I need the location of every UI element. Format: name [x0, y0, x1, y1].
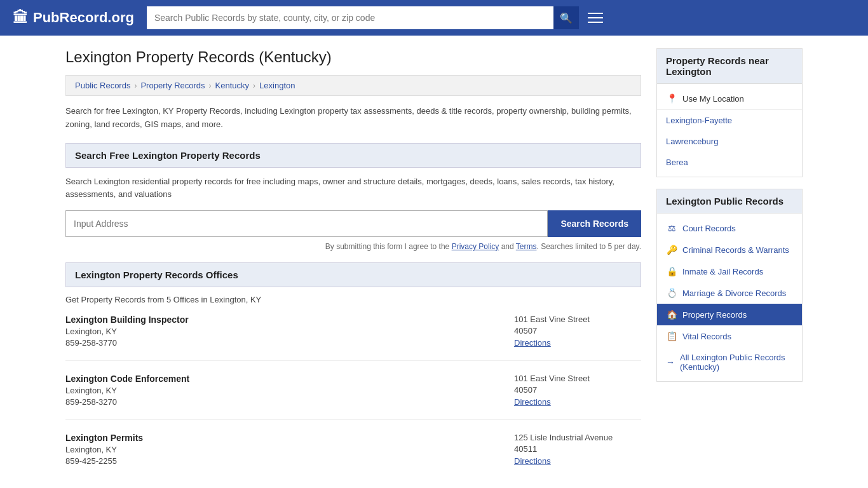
sidebar-nearby-title: Property Records near Lexington: [657, 49, 802, 84]
office-name: Lexington Permits: [65, 433, 514, 443]
sidebar-link-label: All Lexington Public Records (Kentucky): [680, 353, 793, 372]
office-address: 101 East Vine Street: [514, 374, 641, 383]
breadcrumb: Public Records › Property Records › Kent…: [65, 75, 641, 96]
privacy-policy-link[interactable]: Privacy Policy: [452, 242, 499, 251]
site-logo[interactable]: 🏛 PubRecord.org: [13, 9, 134, 27]
sidebar-link-label: Marriage & Divorce Records: [682, 288, 786, 298]
breadcrumb-sep-3: ›: [253, 81, 255, 90]
sidebar-public-records-title: Lexington Public Records: [657, 189, 802, 214]
sidebar-link-label: Property Records: [682, 310, 747, 320]
sidebar-nearby-content: 📍 Use My Location Lexington-Fayette Lawr…: [657, 84, 802, 177]
sidebar-use-location[interactable]: 📍 Use My Location: [657, 88, 802, 109]
sidebar: Property Records near Lexington 📍 Use My…: [656, 48, 803, 488]
offices-description: Get Property Records from 5 Offices in L…: [65, 295, 641, 304]
office-city: Lexington, KY: [65, 445, 514, 454]
disclaimer-text: By submitting this form I agree to the: [325, 242, 452, 251]
search-section-header: Search Free Lexington Property Records: [65, 143, 641, 168]
sidebar-nearby-link[interactable]: Lexington-Fayette: [657, 110, 802, 131]
offices-section: Lexington Property Records Offices Get P…: [65, 262, 641, 478]
header-search-wrap: 🔍: [147, 6, 579, 29]
breadcrumb-link-lexington[interactable]: Lexington: [259, 81, 295, 90]
office-right: 125 Lisle Industrial Avenue 40511 Direct…: [514, 433, 641, 466]
logo-icon: 🏛: [13, 9, 28, 27]
header-search-input[interactable]: [147, 6, 553, 29]
office-item: Lexington Permits Lexington, KY 859-425-…: [65, 433, 641, 478]
search-row: Search Records: [65, 210, 641, 237]
office-name: Lexington Code Enforcement: [65, 374, 514, 384]
office-address: 101 East Vine Street: [514, 315, 641, 324]
sidebar-nearby-link[interactable]: Berea: [657, 152, 802, 173]
sidebar-link-property-records[interactable]: 🏠 Property Records: [657, 304, 802, 325]
use-location-label: Use My Location: [682, 94, 744, 104]
search-section: Search Free Lexington Property Records S…: [65, 143, 641, 252]
office-city: Lexington, KY: [65, 386, 514, 395]
location-pin-icon: 📍: [666, 93, 677, 104]
page-description: Search for free Lexington, KY Property R…: [65, 105, 641, 132]
hamburger-line-2: [588, 17, 603, 18]
terms-link[interactable]: Terms: [516, 242, 537, 251]
all-records-icon: →: [666, 357, 675, 367]
sidebar-nearby-box: Property Records near Lexington 📍 Use My…: [656, 48, 803, 177]
office-phone: 859-258-3770: [65, 338, 514, 348]
breadcrumb-link-public-records[interactable]: Public Records: [75, 81, 130, 90]
sidebar-link-court-records[interactable]: ⚖ Court Records: [657, 217, 802, 239]
sidebar-link-label: Court Records: [682, 224, 736, 233]
sidebar-link-label: Inmate & Jail Records: [682, 267, 763, 276]
office-right: 101 East Vine Street 40507 Directions: [514, 315, 641, 348]
search-address-input[interactable]: [65, 210, 548, 237]
sidebar-link-label: Vital Records: [682, 332, 731, 341]
office-phone: 859-425-2255: [65, 456, 514, 466]
limit-text: . Searches limited to 5 per day.: [536, 242, 641, 251]
directions-link[interactable]: Directions: [514, 456, 551, 466]
breadcrumb-sep-2: ›: [209, 81, 212, 90]
hamburger-line-3: [588, 22, 603, 23]
office-directions: Directions: [514, 456, 641, 466]
header-search-button[interactable]: 🔍: [553, 6, 579, 29]
inmate-records-icon: 🔒: [666, 266, 677, 276]
office-item: Lexington Code Enforcement Lexington, KY…: [65, 374, 641, 420]
office-name: Lexington Building Inspector: [65, 315, 514, 325]
sidebar-public-records-content: ⚖ Court Records 🔑 Criminal Records & War…: [657, 214, 802, 381]
office-directions: Directions: [514, 396, 641, 407]
header: 🏛 PubRecord.org 🔍: [0, 0, 868, 36]
breadcrumb-link-kentucky[interactable]: Kentucky: [215, 81, 249, 90]
office-left: Lexington Permits Lexington, KY 859-425-…: [65, 433, 514, 466]
logo-text: PubRecord.org: [33, 10, 134, 26]
office-left: Lexington Code Enforcement Lexington, KY…: [65, 374, 514, 407]
property-records-icon: 🏠: [666, 309, 677, 320]
court-records-icon: ⚖: [666, 223, 677, 233]
office-zip: 40511: [514, 444, 641, 454]
breadcrumb-sep-1: ›: [134, 81, 137, 90]
breadcrumb-link-property-records[interactable]: Property Records: [140, 81, 205, 90]
directions-link[interactable]: Directions: [514, 397, 551, 407]
office-right: 101 East Vine Street 40507 Directions: [514, 374, 641, 407]
marriage-records-icon: 💍: [666, 288, 677, 298]
office-directions: Directions: [514, 337, 641, 348]
office-address: 125 Lisle Industrial Avenue: [514, 433, 641, 442]
main-wrap: Lexington Property Records (Kentucky) Pu…: [53, 36, 815, 488]
sidebar-link-label: Criminal Records & Warrants: [682, 245, 789, 255]
search-records-button[interactable]: Search Records: [548, 210, 641, 237]
sidebar-link-inmate-records[interactable]: 🔒 Inmate & Jail Records: [657, 261, 802, 282]
header-menu-button[interactable]: [588, 13, 603, 23]
sidebar-public-records-box: Lexington Public Records ⚖ Court Records…: [656, 189, 803, 382]
page-title: Lexington Property Records (Kentucky): [65, 48, 641, 66]
sidebar-link-criminal-records[interactable]: 🔑 Criminal Records & Warrants: [657, 239, 802, 261]
sidebar-link-marriage-records[interactable]: 💍 Marriage & Divorce Records: [657, 282, 802, 304]
office-zip: 40507: [514, 385, 641, 395]
main-content: Lexington Property Records (Kentucky) Pu…: [65, 48, 641, 488]
directions-link[interactable]: Directions: [514, 338, 551, 348]
search-disclaimer: By submitting this form I agree to the P…: [65, 242, 641, 251]
hamburger-line-1: [588, 13, 603, 14]
sidebar-nearby-link[interactable]: Lawrenceburg: [657, 131, 802, 152]
offices-section-header: Lexington Property Records Offices: [65, 262, 641, 287]
office-city: Lexington, KY: [65, 327, 514, 336]
search-icon: 🔍: [560, 12, 573, 24]
and-text: and: [499, 242, 515, 251]
sidebar-link-all-records[interactable]: → All Lexington Public Records (Kentucky…: [657, 347, 802, 377]
vital-records-icon: 📋: [666, 331, 677, 341]
office-phone: 859-258-3270: [65, 397, 514, 407]
criminal-records-icon: 🔑: [666, 245, 677, 255]
sidebar-link-vital-records[interactable]: 📋 Vital Records: [657, 325, 802, 347]
office-left: Lexington Building Inspector Lexington, …: [65, 315, 514, 348]
